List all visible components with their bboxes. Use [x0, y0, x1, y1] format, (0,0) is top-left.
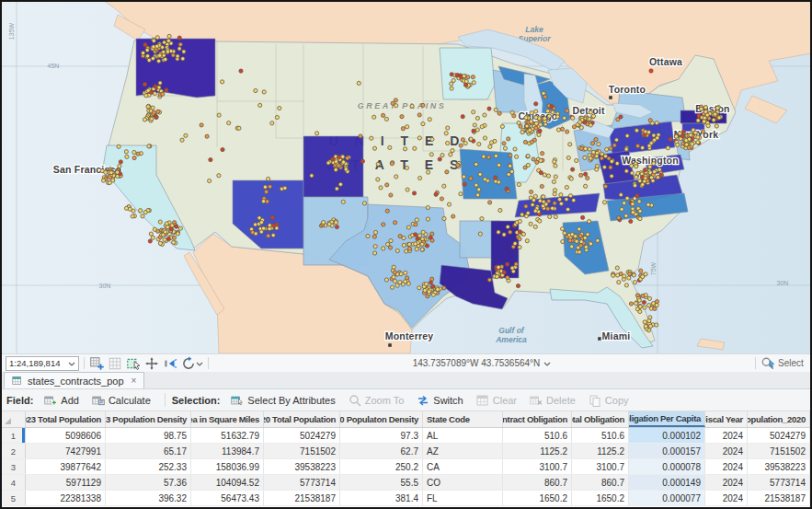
- map-canvas[interactable]: U N I T E DS T A T E SGREAT PLAINSLakeSu…: [2, 2, 810, 353]
- table-cell[interactable]: 22381338: [26, 491, 106, 505]
- table-cell[interactable]: 7151502: [264, 444, 340, 458]
- table-cell[interactable]: 39538223: [748, 459, 810, 474]
- table-cell[interactable]: 5773714: [748, 475, 810, 490]
- table-cell[interactable]: 104094.52: [191, 475, 264, 490]
- contract-point: [171, 53, 175, 57]
- table-cell[interactable]: 7151502: [748, 444, 810, 458]
- table-cell[interactable]: AL: [423, 428, 503, 443]
- table-cell[interactable]: 65.17: [106, 444, 191, 458]
- table-cell[interactable]: 0.000149: [629, 475, 705, 490]
- column-header-2020-populaton-density[interactable]: 2020 Populaton Density: [340, 411, 423, 427]
- map-coordinates-display[interactable]: 143.7357089°W 43.7536564°N: [213, 358, 750, 368]
- column-header-obligation-per-capita[interactable]: Obligation Per Capita: [629, 411, 705, 427]
- table-cell[interactable]: 158036.99: [191, 459, 264, 474]
- table-cell[interactable]: 0.000078: [629, 459, 705, 474]
- table-cell[interactable]: 5971129: [26, 475, 106, 490]
- table-cell[interactable]: 5024279: [264, 428, 340, 443]
- select-all-corner[interactable]: [2, 411, 26, 427]
- contract-point: [430, 137, 434, 141]
- select-by-attributes-button[interactable]: Select By Attributes: [225, 392, 340, 409]
- column-header-contract-obligation[interactable]: Contract Obligation: [503, 411, 572, 427]
- crosshair-icon[interactable]: [144, 356, 159, 371]
- table-cell[interactable]: 510.6: [503, 428, 572, 443]
- table-cell[interactable]: 381.4: [340, 491, 423, 505]
- row-number[interactable]: 5: [2, 491, 26, 505]
- table-cell[interactable]: 2024: [705, 444, 748, 458]
- switch-button[interactable]: Switch: [411, 392, 468, 409]
- table-cell[interactable]: 860.7: [503, 475, 572, 490]
- table-cell[interactable]: 0.000077: [629, 491, 705, 505]
- contract-point: [531, 202, 534, 206]
- column-header-state-code[interactable]: State Code: [423, 411, 503, 427]
- table-cell[interactable]: 2024: [705, 491, 748, 505]
- select-features-icon[interactable]: [126, 356, 141, 371]
- select-status-button[interactable]: Select: [761, 356, 810, 371]
- table-cell[interactable]: 252.33: [106, 459, 191, 474]
- table-cell[interactable]: 98.75: [106, 428, 191, 443]
- table-cell[interactable]: 5024279: [748, 428, 810, 443]
- table-cell[interactable]: 7427991: [26, 444, 106, 458]
- grid-icon[interactable]: [108, 356, 122, 371]
- column-header-total-obligation[interactable]: Total Obligation: [572, 411, 629, 427]
- add-button[interactable]: Add: [39, 392, 85, 409]
- contract-point: [639, 269, 643, 272]
- table-cell[interactable]: 1650.2: [503, 491, 572, 505]
- tab-states-contracts-pop[interactable]: states_contracts_pop ×: [4, 372, 144, 388]
- table-cell[interactable]: 21538187: [264, 491, 340, 505]
- table-cell[interactable]: 860.7: [572, 475, 629, 490]
- column-header-population_2020[interactable]: population_2020: [748, 411, 810, 427]
- table-cell[interactable]: 3100.7: [503, 459, 572, 474]
- close-tab-icon[interactable]: ×: [132, 376, 137, 386]
- table-cell[interactable]: 0.000102: [629, 428, 705, 443]
- table-cell[interactable]: 1125.2: [572, 444, 629, 458]
- table-cell[interactable]: 39538223: [264, 459, 340, 474]
- row-number[interactable]: 3: [2, 459, 26, 474]
- column-header-2023-total-population[interactable]: 2023 Total Population: [26, 411, 106, 427]
- contract-point: [395, 249, 399, 252]
- contract-point: [487, 278, 491, 282]
- contract-point: [258, 103, 262, 107]
- table-cell[interactable]: 1125.2: [503, 444, 572, 458]
- table-cell[interactable]: CO: [423, 475, 503, 490]
- table-cell[interactable]: 39877642: [26, 459, 106, 474]
- table-cell[interactable]: 1650.2: [572, 491, 629, 505]
- table-cell[interactable]: 62.7: [340, 444, 423, 458]
- contract-point: [588, 220, 591, 224]
- rotate-icon[interactable]: [181, 356, 196, 371]
- row-number[interactable]: 4: [2, 475, 26, 490]
- row-number[interactable]: 2: [2, 444, 26, 458]
- table-cell[interactable]: 57.36: [106, 475, 191, 490]
- table-cell[interactable]: 56473.43: [191, 491, 264, 505]
- column-header-2020-total-population[interactable]: 2020 Total Population: [264, 411, 340, 427]
- table-cell[interactable]: 510.6: [572, 428, 629, 443]
- table-cell[interactable]: 5098606: [26, 428, 106, 443]
- contract-point: [116, 170, 120, 174]
- table-cell[interactable]: 2024: [705, 459, 748, 474]
- calculate-button[interactable]: Calculate: [86, 392, 156, 409]
- table-cell[interactable]: 2024: [705, 428, 748, 443]
- map-scale-combobox[interactable]: 1:24,189,814: [6, 356, 79, 371]
- flicker-icon[interactable]: [163, 356, 177, 371]
- table-cell[interactable]: AZ: [423, 444, 503, 458]
- table-cell[interactable]: 97.3: [340, 428, 423, 443]
- table-cell[interactable]: 55.5: [340, 475, 423, 490]
- table-cell[interactable]: FL: [423, 491, 503, 505]
- table-cell[interactable]: 3100.7: [572, 459, 629, 474]
- grid-plus-icon[interactable]: [89, 356, 104, 371]
- state-minnesota[interactable]: [440, 48, 495, 99]
- column-header-2023-population-density[interactable]: 2023 Population Density: [106, 411, 191, 427]
- table-cell[interactable]: 113984.7: [191, 444, 264, 458]
- table-cell[interactable]: 2024: [705, 475, 748, 490]
- table-cell[interactable]: 0.000157: [629, 444, 705, 458]
- map-view[interactable]: U N I T E DS T A T E SGREAT PLAINSLakeSu…: [2, 2, 810, 353]
- table-cell[interactable]: 51632.79: [191, 428, 264, 443]
- table-cell[interactable]: 250.2: [340, 459, 423, 474]
- table-cell[interactable]: 21538187: [748, 491, 810, 505]
- chevron-down-icon[interactable]: [196, 360, 203, 367]
- table-cell[interactable]: CA: [423, 459, 503, 474]
- column-header-fiscal-year[interactable]: Fiscal Year: [705, 411, 748, 427]
- row-number[interactable]: 1: [2, 428, 26, 443]
- table-cell[interactable]: 5773714: [264, 475, 340, 490]
- column-header-area-in-square-miles[interactable]: Area in Square Miles: [191, 411, 264, 427]
- table-cell[interactable]: 396.32: [106, 491, 191, 505]
